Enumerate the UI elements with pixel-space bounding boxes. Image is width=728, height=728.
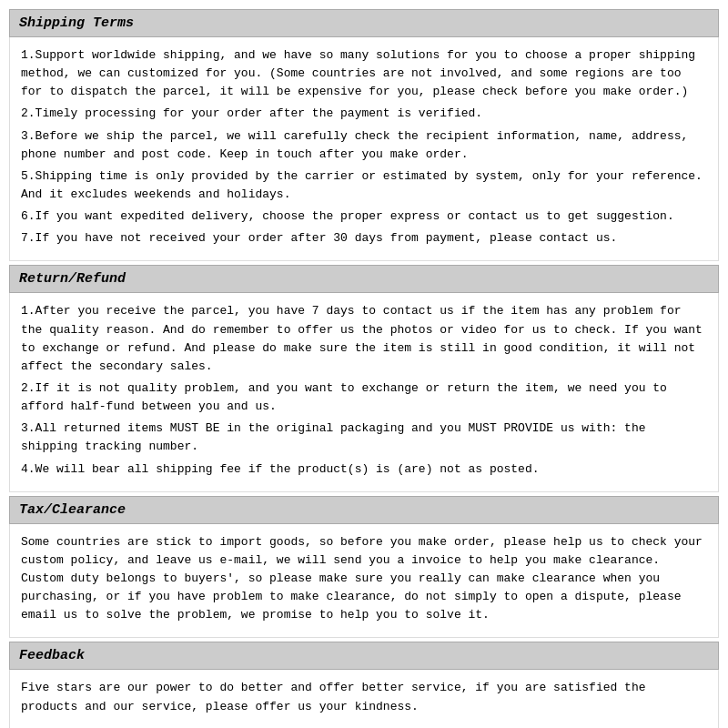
paragraph: 1.After you receive the parcel, you have…: [21, 302, 707, 376]
section-return: Return/Refund1.After you receive the par…: [9, 265, 719, 491]
page-wrapper: Shipping Terms1.Support worldwide shippi…: [0, 0, 728, 728]
section-shipping: Shipping Terms1.Support worldwide shippi…: [9, 9, 719, 261]
paragraph: 5.Shipping time is only provided by the …: [21, 167, 707, 204]
paragraph: 4.We will bear all shipping fee if the p…: [21, 460, 707, 479]
paragraph: 3.All returned items MUST BE in the orig…: [21, 420, 707, 456]
section-header-tax: Tax/Clearance: [9, 496, 719, 524]
paragraph: 1.Support worldwide shipping, and we hav…: [21, 46, 707, 101]
section-header-shipping: Shipping Terms: [9, 9, 719, 37]
paragraph: 2.If it is not quality problem, and you …: [21, 379, 707, 416]
paragraph: 6.If you want expedited delivery, choose…: [21, 207, 707, 226]
section-tax: Tax/ClearanceSome countries are stick to…: [9, 496, 719, 639]
section-body-return: 1.After you receive the parcel, you have…: [9, 293, 719, 491]
section-body-tax: Some countries are stick to import goods…: [9, 524, 719, 639]
section-feedback: FeedbackFive stars are our power to do b…: [9, 642, 719, 728]
paragraph: Five stars are our power to do better an…: [21, 679, 707, 715]
paragraph: 3.Before we ship the parcel, we will car…: [21, 127, 707, 164]
section-header-return: Return/Refund: [9, 265, 719, 293]
paragraph: Some countries are stick to import goods…: [21, 533, 707, 625]
section-body-feedback: Five stars are our power to do better an…: [9, 670, 719, 728]
paragraph: 7.If you have not received your order af…: [21, 229, 707, 248]
section-body-shipping: 1.Support worldwide shipping, and we hav…: [9, 37, 719, 261]
paragraph: 2.Timely processing for your order after…: [21, 105, 707, 123]
section-header-feedback: Feedback: [9, 642, 719, 670]
